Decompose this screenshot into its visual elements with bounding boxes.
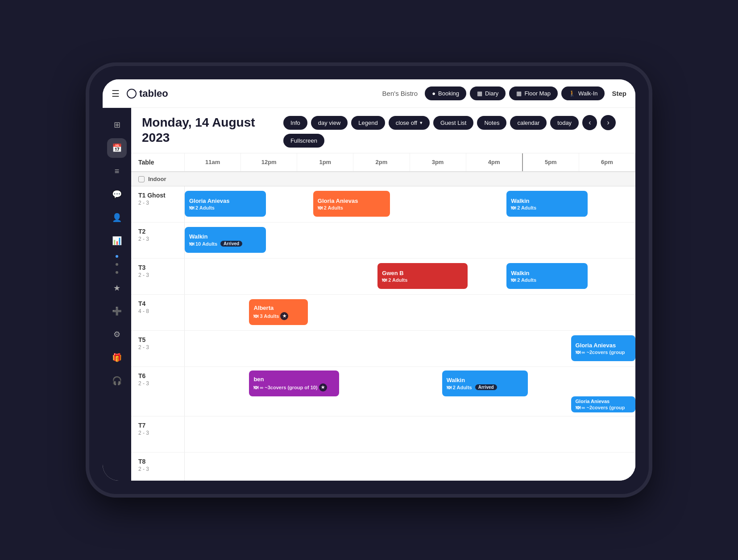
dayview-button[interactable]: day view <box>311 116 348 130</box>
indoor-section-header: Indoor <box>131 172 635 186</box>
floormap-label: Floor Map <box>524 90 551 97</box>
floormap-button[interactable]: ▦ Floor Map <box>509 86 558 100</box>
diary-icon: ▦ <box>477 90 482 97</box>
diary-button[interactable]: ▦ Diary <box>470 86 506 100</box>
table-row: T3 2 - 3 Gwen B 🍽 2 Adults Walkin 🍽 2 Ad… <box>131 259 635 295</box>
time-2pm: 2pm <box>353 153 410 171</box>
step-text: Step <box>612 90 626 97</box>
grid-header-row: Table 11am 12pm 1pm 2pm 3pm 4pm 5pm 6pm <box>131 153 635 172</box>
sidebar-item-plus[interactable]: ➕ <box>107 301 127 321</box>
indoor-checkbox[interactable] <box>138 176 145 182</box>
table-column-header: Table <box>131 153 185 171</box>
booking-block[interactable]: Gloria Anievas 🍽 2 Adults <box>313 191 390 217</box>
t6-timeline: ben 🍽 ∞ ~3covers (group of 10) ★ Walkin … <box>185 367 635 416</box>
indoor-label: Indoor <box>148 176 166 182</box>
t7-timeline <box>185 416 635 452</box>
device-screen: ☰ tableo Ben's Bistro ● Booking ▦ Diary … <box>103 79 635 481</box>
sidebar-dot-1 <box>116 255 118 258</box>
booking-block[interactable]: Walkin 🍽 2 Adults Arrived <box>442 371 528 396</box>
walkin-label: Walk-In <box>578 90 598 97</box>
next-button[interactable]: › <box>601 115 615 130</box>
sidebar: ⊞ 📅 ≡ 💬 👤 📊 ★ ➕ ⚙ 🎁 🎧 <box>103 108 131 481</box>
prev-button[interactable]: ‹ <box>582 115 597 130</box>
closeoff-label: close off <box>396 119 417 126</box>
legend-button[interactable]: Legend <box>351 116 385 130</box>
table-row: T8 2 - 3 <box>131 453 635 481</box>
walkin-button[interactable]: 🚶 Walk-In <box>561 86 605 100</box>
t3-timeline: Gwen B 🍽 2 Adults Walkin 🍽 2 Adults <box>185 259 635 294</box>
restaurant-name: Ben's Bistro <box>382 90 418 97</box>
sidebar-item-list[interactable]: ≡ <box>107 161 127 181</box>
content-area: Monday, 14 August 2023 Info day view Leg… <box>131 108 635 481</box>
top-nav: ☰ tableo Ben's Bistro ● Booking ▦ Diary … <box>103 79 635 108</box>
booking-block[interactable]: Gloria Anievas 🍽 ∞ ~2covers (group <box>571 335 635 361</box>
sidebar-item-calendar[interactable]: 📅 <box>107 138 127 158</box>
time-3pm: 3pm <box>410 153 466 171</box>
sidebar-item-grid[interactable]: ⊞ <box>107 115 127 135</box>
diary-label: Diary <box>485 90 498 97</box>
logo-text: tableo <box>139 88 168 99</box>
sidebar-item-chart[interactable]: 📊 <box>107 231 127 251</box>
time-6pm: 6pm <box>579 153 635 171</box>
time-4pm: 4pm <box>466 153 523 171</box>
calendar-button[interactable]: calendar <box>510 116 547 130</box>
floormap-icon: ▦ <box>516 90 522 97</box>
booking-block[interactable]: Alberta 🍽 3 Adults ★ <box>249 299 307 325</box>
booking-block[interactable]: Gloria Anievas 🍽 ∞ ~2covers (group <box>571 396 635 412</box>
table-label-t1: T1 Ghost 2 - 3 <box>131 186 185 222</box>
main-body: ⊞ 📅 ≡ 💬 👤 📊 ★ ➕ ⚙ 🎁 🎧 M <box>103 108 635 481</box>
sidebar-item-star[interactable]: ★ <box>107 278 127 298</box>
walkin-icon: 🚶 <box>568 90 576 97</box>
table-label-t5: T5 2 - 3 <box>131 331 185 366</box>
booking-icon: ● <box>432 90 435 97</box>
table-row: T7 2 - 3 <box>131 416 635 453</box>
header-top: Monday, 14 August 2023 Info day view Leg… <box>142 115 625 148</box>
booking-button[interactable]: ● Booking <box>425 86 466 100</box>
table-label-t3: T3 2 - 3 <box>131 259 185 294</box>
time-12pm: 12pm <box>241 153 297 171</box>
t4-timeline: Alberta 🍽 3 Adults ★ <box>185 295 635 330</box>
booking-block[interactable]: Walkin 🍽 10 Adults Arrived <box>185 227 266 253</box>
guestlist-button[interactable]: Guest List <box>433 116 474 130</box>
notes-button[interactable]: Notes <box>477 116 506 130</box>
booking-block[interactable]: Walkin 🍽 2 Adults <box>506 263 588 289</box>
time-11am: 11am <box>185 153 241 171</box>
chevron-down-icon: ▾ <box>420 120 423 126</box>
closeoff-button[interactable]: close off ▾ <box>389 116 430 130</box>
table-row: T1 Ghost 2 - 3 Gloria Anievas 🍽 2 Adults <box>131 186 635 222</box>
info-button[interactable]: Info <box>283 116 307 130</box>
sidebar-dot-3 <box>116 271 118 274</box>
booking-block[interactable]: Gwen B 🍽 2 Adults <box>377 263 468 289</box>
sidebar-item-gift[interactable]: 🎁 <box>107 348 127 367</box>
content-header: Monday, 14 August 2023 Info day view Leg… <box>131 108 635 153</box>
t1-timeline: Gloria Anievas 🍽 2 Adults Gloria Anievas… <box>185 186 635 222</box>
nav-buttons: ● Booking ▦ Diary ▦ Floor Map 🚶 Walk-In <box>425 86 605 100</box>
time-1pm: 1pm <box>297 153 353 171</box>
t2-timeline: Walkin 🍽 10 Adults Arrived <box>185 222 635 258</box>
booking-label: Booking <box>438 90 459 97</box>
sidebar-item-settings[interactable]: ⚙ <box>107 325 127 344</box>
table-label-t6: T6 2 - 3 <box>131 367 185 416</box>
table-row: T6 2 - 3 ben 🍽 ∞ ~3covers (group of 10) … <box>131 367 635 416</box>
calendar-container: Table 11am 12pm 1pm 2pm 3pm 4pm 5pm 6pm … <box>131 153 635 481</box>
logo-circle-icon <box>127 89 137 99</box>
table-label-t2: T2 2 - 3 <box>131 222 185 258</box>
booking-block[interactable]: Walkin 🍽 2 Adults <box>506 191 588 217</box>
time-5pm: 5pm <box>523 153 579 171</box>
fullscreen-button[interactable]: Fullscreen <box>283 134 324 148</box>
table-row: T4 4 - 8 Alberta 🍽 3 Adults ★ <box>131 295 635 331</box>
sidebar-item-headset[interactable]: 🎧 <box>107 371 127 391</box>
date-title: Monday, 14 August 2023 <box>142 115 273 145</box>
sidebar-item-chat[interactable]: 💬 <box>107 185 127 204</box>
toolbar: Info day view Legend close off ▾ Guest L… <box>283 115 625 148</box>
table-label-t8: T8 2 - 3 <box>131 453 185 481</box>
table-label-t4: T4 4 - 8 <box>131 295 185 330</box>
menu-icon[interactable]: ☰ <box>112 88 120 99</box>
t8-timeline <box>185 453 635 481</box>
table-row: T5 2 - 3 Gloria Anievas 🍽 ∞ ~2covers (gr… <box>131 331 635 367</box>
today-button[interactable]: today <box>550 116 579 130</box>
booking-block[interactable]: Gloria Anievas 🍽 2 Adults <box>185 191 266 217</box>
booking-block[interactable]: ben 🍽 ∞ ~3covers (group of 10) ★ <box>249 371 339 396</box>
sidebar-item-user[interactable]: 👤 <box>107 208 127 227</box>
table-label-t7: T7 2 - 3 <box>131 416 185 452</box>
